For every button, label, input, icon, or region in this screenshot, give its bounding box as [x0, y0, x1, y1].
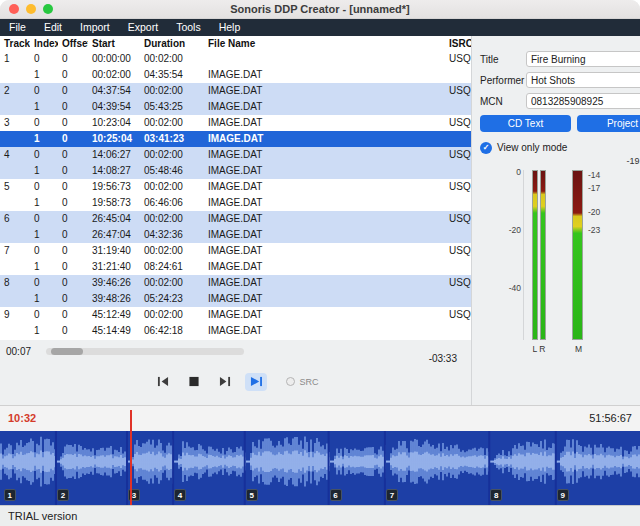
previous-track-icon [156, 376, 170, 387]
cell-duration: 00:02:00 [140, 115, 204, 131]
src-label: SRC [299, 377, 318, 387]
close-button[interactable] [9, 4, 19, 14]
column-header-offset[interactable]: Offset [58, 36, 88, 51]
playhead-cursor[interactable] [130, 410, 132, 505]
cell-start: 10:23:04 [88, 115, 140, 131]
cell-file: IMAGE.DAT [204, 323, 445, 339]
cell-index: 0 [30, 179, 58, 195]
minimize-button[interactable] [26, 4, 36, 14]
cell-track: 4 [0, 147, 30, 163]
cell-duration: 00:02:00 [140, 179, 204, 195]
cell-file: IMAGE.DAT [204, 275, 445, 291]
table-row[interactable]: 80039:46:2600:02:00IMAGE.DATUSQ [0, 275, 471, 291]
cell-start: 45:14:49 [88, 323, 140, 339]
field-label-title: Title [480, 54, 526, 65]
position-slider[interactable] [46, 348, 244, 355]
main-area: TrackIndexOffsetStartDurationFile NameIS… [0, 36, 640, 405]
track-marker-6[interactable]: 6 [330, 489, 342, 501]
cell-track: 6 [0, 211, 30, 227]
cell-duration: 00:02:00 [140, 83, 204, 99]
column-header-track[interactable]: Track [0, 36, 30, 51]
table-row[interactable]: 1010:25:0403:41:23IMAGE.DAT [0, 131, 471, 147]
cell-start: 31:21:40 [88, 259, 140, 275]
next-track-button[interactable] [214, 373, 236, 391]
track-marker-8[interactable]: 8 [490, 489, 502, 501]
cell-duration: 00:02:00 [140, 211, 204, 227]
menu-export[interactable]: Export [119, 19, 167, 36]
src-indicator: SRC [286, 377, 318, 387]
position-slider-thumb[interactable] [51, 348, 83, 355]
field-input-mcn[interactable] [526, 93, 640, 109]
table-row[interactable]: 1045:14:4906:42:18IMAGE.DAT [0, 323, 471, 339]
track-marker-7[interactable]: 7 [386, 489, 398, 501]
field-label-mcn: MCN [480, 96, 526, 107]
menu-help[interactable]: Help [210, 19, 250, 36]
track-table: TrackIndexOffsetStartDurationFile NameIS… [0, 36, 471, 340]
table-row[interactable]: 1000:02:0004:35:54IMAGE.DAT [0, 67, 471, 83]
meter-scale-label: 0 [516, 167, 521, 177]
cell-isrc: USQ [445, 179, 471, 195]
zoom-button[interactable] [43, 4, 53, 14]
field-input-title[interactable] [526, 51, 640, 67]
table-row[interactable]: 1031:21:4008:24:61IMAGE.DAT [0, 259, 471, 275]
total-time: 51:56:67 [589, 412, 632, 424]
column-header-index[interactable]: Index [30, 36, 58, 51]
cell-start: 31:19:40 [88, 243, 140, 259]
track-marker-2[interactable]: 2 [57, 489, 69, 501]
table-row[interactable]: 1014:08:2705:48:46IMAGE.DAT [0, 163, 471, 179]
field-input-performer[interactable] [526, 72, 640, 88]
cell-start: 39:48:26 [88, 291, 140, 307]
cell-start: 19:56:73 [88, 179, 140, 195]
playback-scrubber: 00:07 -03:33 [0, 340, 471, 362]
table-row[interactable]: 70031:19:4000:02:00IMAGE.DATUSQ [0, 243, 471, 259]
table-row[interactable]: 40014:06:2700:02:00IMAGE.DATUSQ [0, 147, 471, 163]
cell-duration: 05:48:46 [140, 163, 204, 179]
track-marker-5[interactable]: 5 [246, 489, 258, 501]
lr-meter [532, 170, 546, 340]
cell-start: 26:47:04 [88, 227, 140, 243]
menu-edit[interactable]: Edit [35, 19, 71, 36]
table-row[interactable]: 60026:45:0400:02:00IMAGE.DATUSQ [0, 211, 471, 227]
table-row[interactable]: 1039:48:2605:24:23IMAGE.DAT [0, 291, 471, 307]
table-row[interactable]: 1026:47:0404:32:36IMAGE.DAT [0, 227, 471, 243]
cell-start: 19:58:73 [88, 195, 140, 211]
mono-meter [572, 170, 583, 340]
checkbox-checked-icon[interactable] [480, 142, 492, 154]
field-row-title: Title [480, 51, 640, 67]
track-marker-9[interactable]: 9 [557, 489, 569, 501]
table-row[interactable]: 1019:58:7306:46:06IMAGE.DAT [0, 195, 471, 211]
table-row[interactable]: 20004:37:5400:02:00IMAGE.DATUSQ [0, 83, 471, 99]
track-marker-1[interactable]: 1 [4, 489, 16, 501]
stop-button[interactable] [183, 373, 205, 391]
cell-isrc: USQ [445, 275, 471, 291]
cd-text-button[interactable]: CD Text [480, 115, 571, 132]
table-row[interactable]: 10000:00:0000:02:00USQ [0, 51, 471, 67]
cell-isrc [445, 67, 471, 83]
cell-duration: 00:02:00 [140, 51, 204, 67]
column-header-duration[interactable]: Duration [140, 36, 204, 51]
cell-offset: 0 [58, 275, 88, 291]
menu-file[interactable]: File [0, 19, 35, 36]
table-row[interactable]: 50019:56:7300:02:00IMAGE.DATUSQ [0, 179, 471, 195]
column-header-isrc[interactable]: ISRC [445, 36, 471, 51]
cell-index: 1 [30, 131, 58, 147]
column-header-start[interactable]: Start [88, 36, 140, 51]
menu-tools[interactable]: Tools [167, 19, 210, 36]
waveform-display[interactable]: 123456789 [0, 431, 640, 505]
column-header-file-name[interactable]: File Name [204, 36, 445, 51]
level-meters: -19.6 (I) 0-20-40 -14-17-20-23 L R M [480, 156, 640, 376]
play-icon [249, 376, 263, 387]
meter-scale-label: -14 [588, 170, 600, 180]
table-row[interactable]: 90045:12:4900:02:00IMAGE.DATUSQ [0, 307, 471, 323]
table-row[interactable]: 30010:23:0400:02:00IMAGE.DATUSQ [0, 115, 471, 131]
cell-offset: 0 [58, 83, 88, 99]
table-row[interactable]: 1004:39:5405:43:25IMAGE.DAT [0, 99, 471, 115]
view-only-mode-checkbox[interactable]: View only mode [480, 141, 640, 154]
track-marker-4[interactable]: 4 [174, 489, 186, 501]
project-button[interactable]: Project [577, 115, 640, 132]
cell-isrc: USQ [445, 115, 471, 131]
play-button[interactable] [245, 373, 267, 391]
previous-track-button[interactable] [152, 373, 174, 391]
menu-import[interactable]: Import [71, 19, 119, 36]
cell-file: IMAGE.DAT [204, 147, 445, 163]
